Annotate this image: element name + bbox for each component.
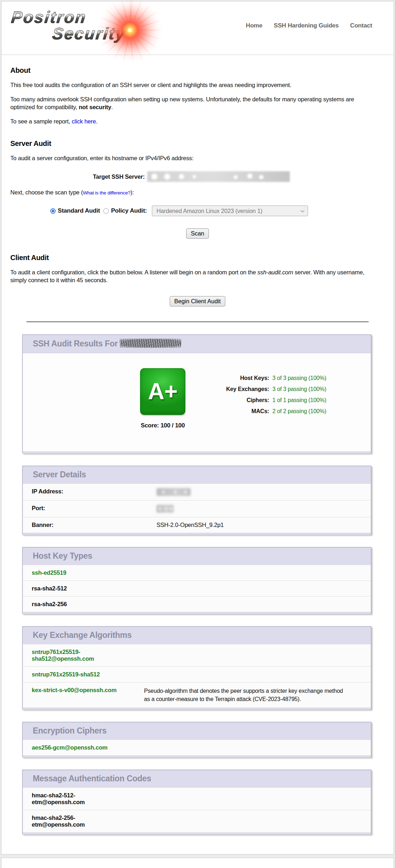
target-server-input[interactable]: [147, 171, 290, 182]
macs-panel: Message Authentication Codes hmac-sha2-5…: [22, 770, 371, 834]
key-exchange-title: Key Exchange Algorithms: [23, 627, 371, 644]
host-key-name: rsa-sha2-256: [23, 597, 135, 612]
cipher-name: aes256-gcm@openssh.com: [23, 740, 135, 755]
algorithm-name: rsa-sha2-256: [32, 601, 125, 608]
stat-row-ciphers: Ciphers:1 of 1 passing (100%): [209, 395, 326, 406]
cipher-desc: [135, 740, 371, 755]
redacted-port-value: [157, 505, 174, 513]
stat-label: Ciphers:: [209, 395, 269, 406]
ciphers-table: aes256-gcm@openssh.com: [23, 740, 371, 755]
policy-select[interactable]: Hardened Amazon Linux 2023 (version 1): [152, 205, 308, 216]
about-heading: About: [10, 66, 385, 75]
policy-audit-label: Policy Audit:: [111, 207, 147, 214]
stat-row-key-exchanges: Key Exchanges:3 of 3 passing (100%): [209, 384, 326, 395]
table-row: hmac-sha2-512-etm@openssh.com: [23, 788, 371, 810]
table-row: Banner: SSH-2.0-OpenSSH_9.2p1: [23, 517, 371, 533]
logo-text-positron: Positron: [10, 8, 87, 26]
algorithm-description: Pseudo-algorithm that denotes the peer s…: [135, 682, 371, 708]
client-audit-heading: Client Audit: [10, 254, 385, 262]
scan-type-difference-link[interactable]: What is the difference?: [83, 190, 130, 196]
algorithm-name: kex-strict-s-v00@openssh.com: [32, 687, 125, 694]
detail-value-ip: [148, 484, 371, 501]
macs-table: hmac-sha2-512-etm@openssh.com hmac-sha2-…: [23, 788, 371, 832]
algorithm-name: sntrup761x25519-sha512: [32, 671, 125, 678]
host-key-types-table: ssh-ed25519 rsa-sha2-512 rsa-sha2-256: [23, 565, 371, 612]
algorithm-description: [135, 667, 371, 682]
ssh-audit-results-panel: SSH Audit Results For A+ Score: 100 / 10…: [22, 334, 371, 453]
score-text: Score: 100 / 100: [123, 422, 203, 429]
client-audit-paragraph: To audit a client configuration, click t…: [10, 268, 379, 284]
algorithm-description: [135, 644, 371, 667]
sample-report-text: To see a sample report,: [10, 118, 72, 125]
mac-name: hmac-sha2-256-etm@openssh.com: [23, 810, 135, 833]
detail-label-banner: Banner:: [23, 517, 148, 533]
mac-desc: [135, 788, 371, 810]
results-title-text: SSH Audit Results For: [33, 339, 118, 348]
server-details-title: Server Details: [23, 466, 371, 484]
algorithm-name: ssh-ed25519: [32, 569, 125, 576]
key-exchange-panel: Key Exchange Algorithms sntrup761x25519-…: [22, 626, 371, 710]
page: { "colors": { "accent_green": "#1e7e1e",…: [0, 0, 395, 868]
host-key-desc: [135, 581, 371, 597]
scan-type-instruction: Next, choose the scan type (What is the …: [10, 188, 379, 197]
nav-link-home[interactable]: Home: [246, 22, 262, 29]
main-nav: Home SSH Hardening Guides Contact: [246, 22, 372, 29]
standard-audit-label: Standard Audit: [58, 207, 100, 214]
stat-label: Key Exchanges:: [209, 384, 269, 395]
algorithm-name: rsa-sha2-512: [32, 585, 125, 592]
section-divider: [26, 321, 369, 322]
mac-desc: [135, 810, 371, 833]
redacted-ip-value: [157, 488, 191, 496]
client-audit-domain: ssh-audit.com: [257, 269, 293, 275]
about-paragraph-3: To see a sample report, click here.: [10, 117, 379, 125]
positron-security-logo: Positron Security: [11, 8, 211, 52]
policy-audit-radio[interactable]: [103, 208, 109, 214]
host-key-types-panel: Host Key Types ssh-ed25519 rsa-sha2-512 …: [22, 547, 371, 614]
scan-type-text-end: ):: [130, 189, 134, 196]
host-key-name: rsa-sha2-512: [23, 581, 135, 597]
about-p2-bold: not security: [79, 104, 111, 110]
results-panel-body: A+ Score: 100 / 100 Host Keys:3 of 3 pas…: [23, 353, 371, 451]
server-details-table: IP Address: Port: Banner: SSH-2.0-OpenSS…: [23, 484, 371, 533]
main-content-box: Positron Security Home SSH Hardening Gui…: [1, 1, 394, 854]
kex-name: sntrup761x25519-sha512: [23, 667, 135, 682]
stat-label: MACs:: [209, 406, 269, 417]
server-audit-heading: Server Audit: [10, 139, 385, 148]
site-header: Positron Security Home SSH Hardening Gui…: [1, 1, 394, 55]
key-exchange-table: sntrup761x25519-sha512@openssh.com sntru…: [23, 644, 371, 707]
policy-select-value: Hardened Amazon Linux 2023 (version 1): [157, 208, 262, 214]
about-paragraph-2: Too many admins overlook SSH configurati…: [10, 95, 379, 111]
detail-label-ip: IP Address:: [23, 484, 148, 501]
stats-column: Host Keys:3 of 3 passing (100%) Key Exch…: [209, 368, 326, 429]
encryption-ciphers-title: Encryption Ciphers: [23, 722, 371, 740]
detail-value-port: [148, 501, 371, 517]
about-p3-period: .: [96, 118, 97, 125]
sample-report-link[interactable]: click here: [72, 118, 96, 125]
nav-link-contact[interactable]: Contact: [350, 22, 372, 29]
about-p2-text: Too many admins overlook SSH configurati…: [10, 96, 354, 110]
grade-badge: A+: [140, 368, 185, 415]
scan-type-text: Next, choose the scan type (: [10, 189, 83, 196]
grade-column: A+ Score: 100 / 100: [123, 368, 203, 429]
begin-client-audit-button[interactable]: Begin Client Audit: [170, 296, 225, 306]
stat-value: 2 of 2 passing (100%): [272, 408, 326, 414]
redacted-hostname: [120, 339, 181, 348]
standard-audit-radio[interactable]: [50, 208, 56, 214]
stat-value: 1 of 1 passing (100%): [272, 397, 326, 403]
host-key-desc: [135, 565, 371, 581]
table-row: sntrup761x25519-sha512: [23, 667, 371, 682]
table-row: Port:: [23, 501, 371, 517]
logo-text-security: Security: [51, 24, 127, 43]
stat-row-macs: MACs:2 of 2 passing (100%): [209, 406, 326, 417]
detail-label-port: Port:: [23, 501, 148, 517]
encryption-ciphers-panel: Encryption Ciphers aes256-gcm@openssh.co…: [22, 722, 371, 757]
table-row: IP Address:: [23, 484, 371, 501]
page-content: About This free tool audits the configur…: [1, 66, 394, 834]
table-row: sntrup761x25519-sha512@openssh.com: [23, 644, 371, 667]
detail-value-banner: SSH-2.0-OpenSSH_9.2p1: [148, 517, 371, 533]
kex-name: kex-strict-s-v00@openssh.com: [23, 682, 135, 708]
scan-button[interactable]: Scan: [186, 228, 209, 239]
site-footer: sshaudit.com Copyright 2017-2023 Positro…: [1, 858, 394, 868]
nav-link-ssh-hardening-guides[interactable]: SSH Hardening Guides: [274, 22, 339, 29]
kex-name: sntrup761x25519-sha512@openssh.com: [23, 644, 135, 667]
